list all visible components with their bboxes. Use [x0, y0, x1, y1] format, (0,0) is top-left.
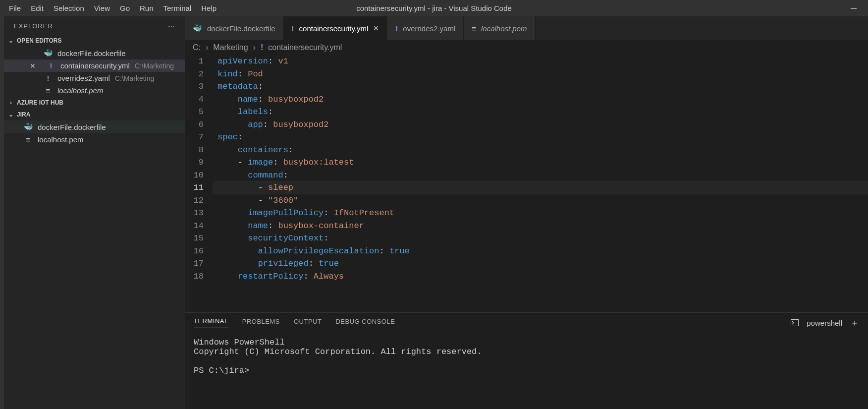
editor-tabs: 🐳 dockerFile.dockerfile ! containersecur… — [185, 16, 868, 40]
file-label: containersecurity.yml — [60, 61, 130, 70]
file-label: dockerFile.dockerfile — [57, 49, 126, 58]
tab-containersecurity[interactable]: ! containersecurity.yml ✕ — [284, 16, 388, 40]
svg-rect-1 — [791, 320, 799, 326]
terminal-shell-label[interactable]: powershell — [807, 319, 842, 327]
file-label: overrides2.yaml — [57, 74, 110, 82]
open-editor-containersecurity[interactable]: ✕ ! containersecurity.yml C:\Marketing — [4, 59, 185, 72]
panel-tabs: TERMINAL PROBLEMS OUTPUT DEBUG CONSOLE p… — [185, 313, 868, 329]
file-icon: ≡ — [44, 86, 53, 95]
file-label: localhost.pem — [57, 86, 104, 95]
open-editors-label: OPEN EDITORS — [17, 37, 61, 44]
terminal-body[interactable]: Windows PowerShell Copyright (C) Microso… — [185, 329, 868, 379]
minimize-button[interactable] — [849, 5, 858, 12]
current-line-highlight — [213, 181, 868, 194]
open-editor-overrides2[interactable]: ! overrides2.yaml C:\Marketing — [4, 72, 185, 84]
explorer-header: EXPLORER ⋯ — [4, 16, 185, 35]
chevron-right-icon: › — [7, 99, 15, 107]
panel-tab-problems[interactable]: PROBLEMS — [242, 318, 280, 328]
explorer-sidebar: EXPLORER ⋯ ⌄ OPEN EDITORS 🐳 dockerFile.d… — [4, 16, 185, 409]
panel-tab-output[interactable]: OUTPUT — [294, 318, 322, 328]
menu-file[interactable]: File — [4, 1, 26, 15]
chevron-down-icon: ⌄ — [7, 37, 15, 45]
window-controls — [849, 5, 864, 12]
panel-tab-debug-console[interactable]: DEBUG CONSOLE — [335, 318, 395, 328]
close-icon[interactable]: ✕ — [373, 24, 379, 32]
open-editor-localhost[interactable]: ≡ localhost.pem — [4, 84, 185, 97]
activity-bar[interactable] — [0, 16, 4, 409]
chevron-right-icon: › — [206, 43, 208, 52]
code-editor[interactable]: 123456789101112131415161718 apiVersion: … — [185, 55, 868, 312]
docker-icon: 🐳 — [193, 24, 202, 33]
menu-edit[interactable]: Edit — [26, 1, 49, 15]
yaml-icon: ! — [292, 24, 294, 33]
breadcrumb-root[interactable]: C: — [193, 43, 201, 52]
tab-label: localhost.pem — [481, 24, 527, 33]
open-editor-dockerfile[interactable]: 🐳 dockerFile.dockerfile — [4, 47, 185, 59]
tab-label: dockerFile.dockerfile — [207, 24, 275, 33]
window-title: containersecurity.yml - jira - Visual St… — [356, 4, 512, 12]
yaml-icon: ! — [47, 61, 55, 70]
jira-tree: 🐳 dockerFile.dockerfile ≡ localhost.pem — [4, 120, 185, 146]
jira-file-localhost[interactable]: ≡ localhost.pem — [4, 133, 185, 146]
docker-icon: 🐳 — [44, 49, 53, 58]
file-label: dockerFile.dockerfile — [38, 123, 106, 131]
tab-overrides2[interactable]: ! overrides2.yaml — [387, 16, 464, 40]
section-label: AZURE IOT HUB — [17, 99, 63, 106]
menu-run[interactable]: Run — [135, 1, 159, 15]
menu-selection[interactable]: Selection — [49, 1, 89, 15]
explorer-more-icon[interactable]: ⋯ — [168, 22, 175, 30]
menu-go[interactable]: Go — [115, 1, 135, 15]
menubar: File Edit Selection View Go Run Terminal… — [4, 1, 221, 15]
jira-file-dockerfile[interactable]: 🐳 dockerFile.dockerfile — [4, 120, 185, 133]
menu-help[interactable]: Help — [196, 1, 221, 15]
chevron-down-icon: ⌄ — [7, 111, 15, 118]
terminal-icon — [791, 319, 799, 326]
open-editors-section[interactable]: ⌄ OPEN EDITORS — [4, 35, 185, 47]
tab-label: overrides2.yaml — [403, 24, 455, 33]
titlebar: File Edit Selection View Go Run Terminal… — [0, 0, 868, 16]
menu-view[interactable]: View — [89, 1, 115, 15]
yaml-icon: ! — [44, 74, 53, 82]
file-icon: ≡ — [24, 135, 33, 144]
file-icon: ≡ — [472, 24, 476, 33]
editor-area: 🐳 dockerFile.dockerfile ! containersecur… — [185, 16, 868, 409]
file-path: C:\Marketing — [135, 62, 174, 70]
tab-label: containersecurity.yml — [299, 24, 369, 33]
explorer-title: EXPLORER — [14, 22, 53, 30]
breadcrumb-file[interactable]: containersecurity.yml — [268, 43, 342, 52]
new-terminal-button[interactable]: ＋ — [850, 317, 859, 329]
close-icon[interactable]: ✕ — [30, 62, 37, 70]
jira-section[interactable]: ⌄ JIRA — [4, 109, 185, 120]
line-numbers: 123456789101112131415161718 — [185, 55, 213, 312]
svg-rect-0 — [851, 8, 857, 9]
breadcrumb[interactable]: C: › Marketing › ! containersecurity.yml — [185, 40, 868, 55]
yaml-icon: ! — [261, 43, 263, 52]
section-label: JIRA — [17, 111, 30, 118]
yaml-icon: ! — [395, 24, 398, 33]
file-path: C:\Marketing — [115, 74, 154, 82]
bottom-panel: TERMINAL PROBLEMS OUTPUT DEBUG CONSOLE p… — [185, 312, 868, 409]
tab-dockerfile[interactable]: 🐳 dockerFile.dockerfile — [185, 16, 284, 40]
open-editors-tree: 🐳 dockerFile.dockerfile ✕ ! containersec… — [4, 47, 185, 97]
docker-icon: 🐳 — [24, 122, 33, 131]
file-label: localhost.pem — [38, 135, 84, 144]
chevron-right-icon: › — [253, 43, 256, 52]
tab-localhost[interactable]: ≡ localhost.pem — [464, 16, 535, 40]
azure-iot-hub-section[interactable]: › AZURE IOT HUB — [4, 97, 185, 109]
code-lines[interactable]: apiVersion: v1kind: Podmetadata: name: b… — [213, 55, 868, 312]
breadcrumb-folder[interactable]: Marketing — [213, 43, 248, 52]
menu-terminal[interactable]: Terminal — [159, 1, 197, 15]
panel-tab-terminal[interactable]: TERMINAL — [194, 317, 228, 328]
